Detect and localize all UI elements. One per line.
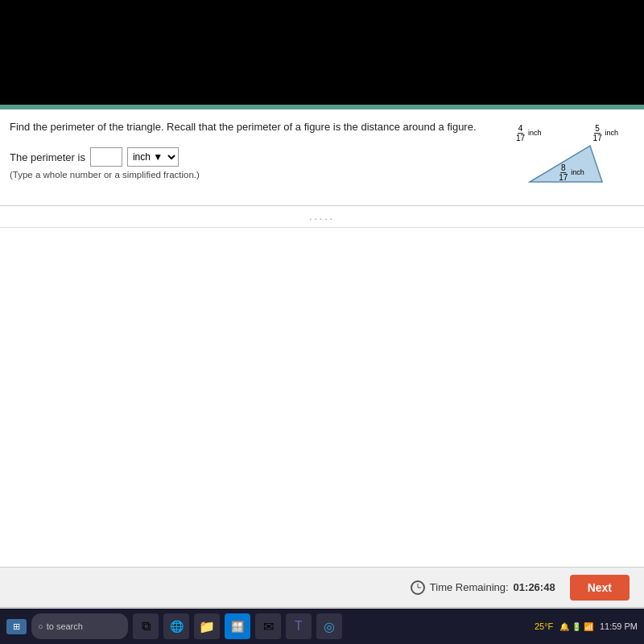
bottom-unit: inch xyxy=(571,168,584,176)
unit-select[interactable]: inch ▼ inches ft cm xyxy=(127,147,179,167)
bottom-bar: Time Remaining: 01:26:48 Next xyxy=(0,567,644,607)
windows-icon: ⊞ xyxy=(13,621,20,632)
perimeter-label: The perimeter is xyxy=(10,151,85,163)
search-icon: ○ xyxy=(38,621,43,631)
fraction-4-17: 4 17 xyxy=(515,124,526,142)
main-screen: Find the perimeter of the triangle. Reca… xyxy=(0,105,644,644)
timer-value: 01:26:48 xyxy=(514,581,555,593)
system-icons: 🔔 🔋 📶 xyxy=(559,622,593,631)
hint-text: (Type a whole number or a simplified fra… xyxy=(10,170,497,180)
browser2-button[interactable]: ◎ xyxy=(316,613,342,639)
timer-label: Time Remaining: xyxy=(430,581,509,593)
dots-divider: ..... xyxy=(309,211,335,222)
taskbar-right-section: 25°F 🔔 🔋 📶 11:59 PM xyxy=(535,621,638,631)
taskbar: ⊞ ○ to search ⧉ 🌐 📁 🪟 ✉ T ◎ 25°F 🔔 🔋 📶 1… xyxy=(0,609,644,644)
top-right-unit: inch xyxy=(605,129,618,137)
teams-button[interactable]: T xyxy=(286,613,312,639)
answer-row: The perimeter is inch ▼ inches ft cm xyxy=(10,147,497,167)
side-label-top-right: 5 17 inch xyxy=(592,124,618,142)
black-background xyxy=(0,0,644,105)
fraction-5-17: 5 17 xyxy=(592,124,603,142)
next-button[interactable]: Next xyxy=(570,575,630,601)
triangle-diagram: 4 17 inch 5 17 inch xyxy=(514,124,618,180)
mail-button[interactable]: ✉ xyxy=(255,613,281,639)
fraction-8-17: 8 17 xyxy=(558,163,568,182)
task-view-button[interactable]: ⧉ xyxy=(133,613,159,639)
side-label-top-left: 4 17 inch xyxy=(515,124,541,142)
top-left-unit: inch xyxy=(528,129,542,137)
clock-time: 11:59 PM xyxy=(600,621,638,631)
edge-button[interactable]: 🌐 xyxy=(163,613,189,639)
triangle-column: 4 17 inch 5 17 inch xyxy=(497,121,634,180)
search-label: to search xyxy=(47,621,83,631)
question-text-column: Find the perimeter of the triangle. Reca… xyxy=(10,121,497,180)
weather-display: 25°F xyxy=(535,621,553,631)
folder-button[interactable]: 📁 xyxy=(194,613,220,639)
start-button[interactable]: ⊞ xyxy=(6,619,27,634)
clock-icon xyxy=(411,580,425,595)
store-button[interactable]: 🪟 xyxy=(225,613,250,639)
side-label-bottom: 8 17 inch xyxy=(558,163,584,182)
divider-row: ..... xyxy=(0,206,644,228)
question-area: Find the perimeter of the triangle. Reca… xyxy=(0,109,644,206)
search-bar[interactable]: ○ to search xyxy=(31,613,128,639)
timer-section: Time Remaining: 01:26:48 xyxy=(411,580,555,595)
clock-hand2 xyxy=(418,587,421,588)
answer-input[interactable] xyxy=(90,147,122,167)
question-instruction: Find the perimeter of the triangle. Reca… xyxy=(10,121,497,133)
main-content-area xyxy=(0,228,644,567)
